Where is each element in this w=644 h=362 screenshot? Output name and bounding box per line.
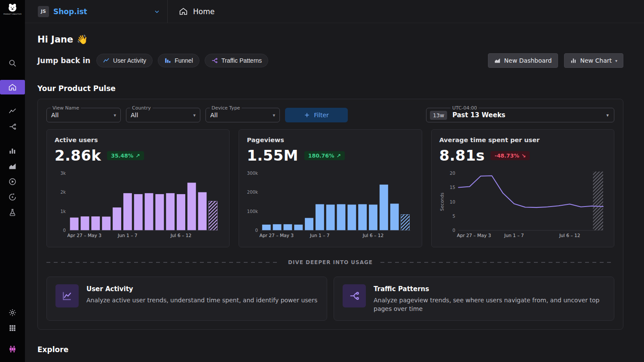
chevron-down-icon: ▾ xyxy=(113,113,116,118)
greeting-text: Hi Jane xyxy=(37,34,73,45)
range-badge: 13w xyxy=(430,111,447,120)
sidebar-item-settings[interactable] xyxy=(0,305,25,320)
metric-value: 1.55M xyxy=(247,147,298,164)
sidebar-item-charts[interactable] xyxy=(0,104,25,119)
sidebar-item-apps[interactable] xyxy=(0,321,25,335)
jump-back-row: Jump back in User Activity Funnel xyxy=(37,53,623,68)
product-analytics-logo[interactable]: PRODUCT ANALYTICS xyxy=(0,0,25,15)
filter-row: View Name All ▾ Country All ▾ Device Typ… xyxy=(46,108,614,122)
line-chart-icon xyxy=(61,290,73,301)
shortcut-funnel[interactable]: Funnel xyxy=(158,54,199,67)
metric-value: 2.86k xyxy=(55,147,101,164)
delta-text: 180.76% xyxy=(308,152,334,159)
sidebar-item-metrics[interactable] xyxy=(0,143,25,158)
section-title-product-pulse: Your Product Pulse xyxy=(37,84,623,93)
metric-title: Average time spent per user xyxy=(439,137,606,143)
sidebar-item-experiments[interactable] xyxy=(0,205,25,220)
svg-text:5: 5 xyxy=(452,214,455,219)
replay-icon xyxy=(8,193,17,201)
area-chart-icon xyxy=(494,57,501,64)
project-switcher[interactable]: JS Shop.ist xyxy=(25,0,168,23)
icon-tile xyxy=(55,284,79,307)
wave-emoji: 👋 xyxy=(77,34,88,45)
delta-text: -48.73% xyxy=(494,152,519,159)
new-dashboard-button[interactable]: New Dashboard xyxy=(488,53,558,68)
svg-text:Jun 1 – 7: Jun 1 – 7 xyxy=(117,233,138,238)
new-dashboard-label: New Dashboard xyxy=(504,57,552,64)
sidebar-item-journeys[interactable] xyxy=(0,119,25,134)
avg-time-card[interactable]: Average time spent per user 8.81s -48.73… xyxy=(431,129,614,247)
chevron-down-icon: ▾ xyxy=(615,58,617,63)
product-pulse-card: View Name All ▾ Country All ▾ Device Typ… xyxy=(37,99,623,330)
sidebar-nav xyxy=(0,55,25,220)
svg-text:3k: 3k xyxy=(61,171,66,176)
shortcut-user-activity[interactable]: User Activity xyxy=(96,54,153,67)
sidebar-item-session-replay[interactable] xyxy=(0,190,25,204)
topbar: JS Shop.ist Home xyxy=(25,0,644,23)
traffic-patterns-card[interactable]: Traffic Patterns Analyze pageview trends… xyxy=(334,277,614,321)
range-value: Past 13 Weeks xyxy=(452,111,505,119)
area-chart-icon xyxy=(8,162,17,170)
card-description: Analyze pageview trends, see where users… xyxy=(374,296,605,313)
main-column: JS Shop.ist Home Hi Jane 👋 Jump back in xyxy=(25,0,644,362)
sidebar-item-assistant[interactable] xyxy=(0,342,25,356)
add-filter-button[interactable]: Filter xyxy=(285,108,348,122)
dashed-line xyxy=(380,262,614,263)
sidebar-item-recordings[interactable] xyxy=(0,174,25,189)
select-label: Device Type xyxy=(210,105,242,111)
svg-text:100k: 100k xyxy=(247,209,258,214)
flow-icon xyxy=(8,122,17,131)
user-activity-card[interactable]: User Activity Analyze active user trends… xyxy=(46,277,327,321)
bar-chart-icon xyxy=(8,146,17,155)
svg-text:0: 0 xyxy=(452,228,455,233)
sidebar-item-search[interactable] xyxy=(0,56,25,70)
add-filter-label: Filter xyxy=(314,112,329,119)
apps-grid-icon xyxy=(9,324,16,332)
chart-container: 05101520SecondsApr 27 – May 3Jun 1 – 7Ju… xyxy=(439,169,606,240)
svg-text:200k: 200k xyxy=(247,190,258,195)
select-value: All xyxy=(210,112,218,119)
view-name-select[interactable]: View Name All ▾ xyxy=(46,108,121,122)
svg-text:Jul 6 – 12: Jul 6 – 12 xyxy=(559,233,580,238)
card-title: Traffic Patterns xyxy=(374,285,605,293)
pageviews-card[interactable]: Pageviews 1.55M 180.76% ↗ 0100k200k300kA… xyxy=(239,129,422,247)
svg-text:Jun 1 – 7: Jun 1 – 7 xyxy=(310,233,330,238)
metric-value-row: 2.86k 35.48% ↗ xyxy=(55,147,221,164)
active-users-card[interactable]: Active users 2.86k 35.48% ↗ 01k2k3kApr 2… xyxy=(46,129,230,247)
date-range-select[interactable]: 13w UTC-04:00 Past 13 Weeks ▾ xyxy=(426,108,614,122)
shortcut-label: User Activity xyxy=(113,57,146,64)
chevron-down-icon: ▾ xyxy=(193,113,196,118)
home-icon xyxy=(8,83,17,91)
select-value: All xyxy=(131,112,138,119)
metric-value-row: 1.55M 180.76% ↗ xyxy=(247,147,414,164)
line-chart-icon xyxy=(103,57,110,64)
shortcut-label: Funnel xyxy=(175,57,193,64)
svg-text:10: 10 xyxy=(450,200,455,204)
timezone-label: UTC-04:00 xyxy=(451,105,478,111)
metric-value-row: 8.81s -48.73% ↘ xyxy=(439,147,606,164)
svg-text:Jun 1 – 7: Jun 1 – 7 xyxy=(504,233,524,238)
search-icon xyxy=(8,59,17,67)
line-chart-icon xyxy=(8,107,17,116)
sidebar-item-dashboards[interactable] xyxy=(0,159,25,173)
sidebar: PRODUCT ANALYTICS xyxy=(0,0,25,362)
sidebar-item-home[interactable] xyxy=(0,80,25,94)
device-type-select[interactable]: Device Type All ▾ xyxy=(205,108,280,122)
pageviews-chart: 0100k200k300kApr 27 – May 3Jun 1 – 7Jul … xyxy=(247,169,414,240)
svg-text:Apr 27 – May 3: Apr 27 – May 3 xyxy=(260,233,294,238)
next-section-title-clipped: Explore xyxy=(37,345,623,354)
flow-icon xyxy=(349,290,360,301)
shortcut-traffic-patterns[interactable]: Traffic Patterns xyxy=(205,54,268,67)
svg-text:Jul 6 – 12: Jul 6 – 12 xyxy=(170,233,192,238)
svg-text:300k: 300k xyxy=(247,171,258,176)
new-chart-button[interactable]: New Chart ▾ xyxy=(564,53,624,68)
header-actions: New Dashboard New Chart ▾ xyxy=(488,53,623,68)
svg-text:2k: 2k xyxy=(61,190,66,195)
svg-text:Apr 27 – May 3: Apr 27 – May 3 xyxy=(457,233,491,238)
card-text: Traffic Patterns Analyze pageview trends… xyxy=(374,284,605,313)
country-select[interactable]: Country All ▾ xyxy=(126,108,200,122)
breadcrumb-home[interactable]: Home xyxy=(168,0,215,23)
metric-title: Active users xyxy=(55,137,221,143)
chevron-down-icon: ▾ xyxy=(606,113,609,118)
gear-icon xyxy=(8,308,17,317)
